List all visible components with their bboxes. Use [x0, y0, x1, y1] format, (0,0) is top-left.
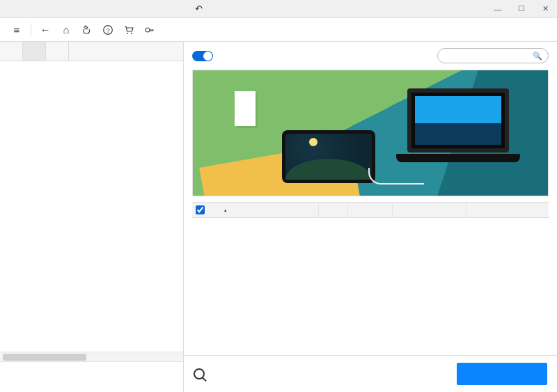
svg-point-3	[131, 33, 132, 34]
deep-scan-icon	[194, 368, 205, 379]
search-input[interactable]: 🔍	[437, 48, 549, 63]
toolbar: ≡ ← ⌂ ?	[0, 18, 557, 42]
preview-laptop	[396, 88, 520, 169]
maximize-button[interactable]: ☐	[510, 0, 533, 18]
col-filename[interactable]: ▴	[220, 203, 319, 217]
footer	[184, 355, 557, 392]
tab-file-type[interactable]	[0, 42, 23, 61]
header-checkbox[interactable]	[196, 205, 205, 214]
left-panel	[0, 42, 184, 392]
back-icon[interactable]: ←	[37, 22, 54, 38]
col-modification-date[interactable]	[466, 203, 549, 217]
preview-toggle[interactable]	[192, 51, 213, 61]
svg-text:?: ?	[106, 26, 109, 33]
help-icon[interactable]: ?	[100, 22, 116, 38]
right-panel: 🔍 ▴	[184, 42, 557, 392]
menu-icon[interactable]: ≡	[8, 22, 25, 38]
table-body[interactable]	[192, 218, 549, 355]
tree-scrollbar[interactable]	[0, 352, 183, 361]
file-table: ▴	[192, 202, 549, 355]
cart-icon[interactable]	[120, 22, 137, 38]
preview-pane	[192, 70, 549, 196]
key-icon[interactable]	[141, 22, 158, 38]
title-back-icon: ↶	[195, 3, 203, 14]
titlebar: ↶ — ☐ ✕	[0, 0, 557, 18]
col-creation-date[interactable]	[393, 203, 466, 217]
col-size[interactable]	[348, 203, 393, 217]
close-button[interactable]: ✕	[533, 0, 557, 18]
svg-point-2	[127, 33, 128, 34]
tab-deleted-list[interactable]	[46, 42, 69, 61]
home-icon[interactable]: ⌂	[58, 22, 74, 38]
window-controls: — ☐ ✕	[486, 0, 557, 18]
col-type[interactable]	[319, 203, 348, 217]
tab-tree-view[interactable]	[23, 42, 46, 61]
recover-button[interactable]	[457, 363, 547, 385]
status-text	[0, 361, 183, 392]
search-icon: 🔍	[533, 52, 542, 61]
sort-caret-icon: ▴	[224, 207, 227, 213]
svg-point-4	[146, 28, 150, 32]
minimize-button[interactable]: —	[486, 0, 510, 18]
microscope-icon[interactable]	[79, 22, 95, 38]
table-header: ▴	[192, 203, 549, 218]
left-tabs	[0, 42, 183, 61]
folder-tree[interactable]	[0, 61, 183, 352]
preview-phone	[282, 130, 375, 183]
